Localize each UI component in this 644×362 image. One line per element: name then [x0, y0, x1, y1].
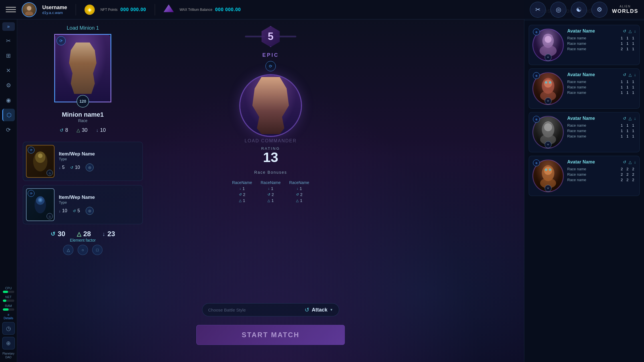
equip-1-refresh[interactable]: ⟳: [28, 147, 35, 153]
commander-area: ⟳ Load commander RATING 13 Race Bonuses …: [196, 61, 345, 203]
equip-2-stat-2: ↺ 5: [73, 208, 80, 213]
ram-bar-fill: [3, 308, 9, 311]
commander-1-rank-icon: ⊕: [533, 29, 540, 35]
svg-point-24: [549, 169, 551, 171]
commander-2-stats: Race name 1 1 1 Race name 1 1 1 Race nam…: [567, 79, 636, 95]
cmd-3-race-2: Race name: [567, 129, 619, 133]
minion-level-badge: 120: [77, 95, 89, 108]
sidebar-item-grid[interactable]: ⊞: [2, 49, 15, 62]
commander-entry-3[interactable]: ⊕ ✕ Avatar Name ↺ △ ↓ Race name 1 1: [529, 112, 640, 152]
attack-label: Attack: [312, 307, 327, 313]
commander-3-wax-badge: ✕: [545, 141, 552, 148]
total-spd-value: 23: [107, 230, 115, 238]
equip-card-1[interactable]: ⟳ △: [26, 145, 55, 178]
commander-3-stats: Race name 1 1 1 Race name 1 1 1 Race nam…: [567, 123, 636, 139]
topbar: Username d1y.a.c.wam ◈ NFT Points 000 00…: [0, 0, 644, 19]
equip-2-atk-icon: ↺: [73, 209, 76, 213]
r3-def-icon: △: [296, 199, 299, 203]
element-badge-3[interactable]: □: [92, 245, 102, 255]
cmd-1-race-2: Race name: [567, 41, 619, 46]
commander-3-avatar-wrap: ⊕ ✕: [532, 116, 564, 149]
trillium-icon: [164, 5, 174, 15]
element-badge-1[interactable]: △: [63, 245, 73, 255]
planetary-dao-label: PlanetaryDAO: [2, 352, 14, 359]
cmd-1-icon-2: △: [629, 29, 632, 33]
sidebar-expand[interactable]: »: [2, 22, 15, 31]
cmd-4-icon-3: ↓: [634, 160, 636, 164]
atk-value: 8: [65, 127, 68, 133]
attack-selector[interactable]: ↺ Attack ▼: [305, 306, 333, 313]
commander-entry-4[interactable]: ⊕ ✕ Avatar Name ↺ △ ↓ Race name 2 2: [529, 156, 640, 196]
camera-button[interactable]: ◷: [2, 322, 15, 335]
equip-2-type-badge[interactable]: ◎: [86, 207, 94, 215]
nft-value: 000 000.00: [120, 7, 146, 12]
equip-2-spd-icon: ↓: [59, 209, 61, 213]
username: Username: [42, 5, 67, 11]
minion-race: Race: [23, 118, 143, 123]
cmd-1-icon-1: ↺: [623, 29, 626, 33]
equip-2-stat2-val: 5: [77, 208, 80, 213]
sidebar-item-planet[interactable]: ◉: [2, 94, 15, 106]
r3-spd-icon: ↓: [297, 187, 298, 191]
settings-button[interactable]: ◎: [550, 2, 566, 18]
network-button[interactable]: ⊕: [2, 337, 15, 349]
element-badge-2[interactable]: ○: [78, 245, 88, 255]
minion-name: Minion name1: [23, 111, 143, 118]
load-minion-label: Load Minion 1: [23, 25, 143, 31]
r2-atk-icon: ↺: [267, 193, 270, 197]
commander-portrait[interactable]: [239, 74, 302, 137]
cmd-3-v3-2: 1: [630, 129, 636, 133]
equip-1-type-badge[interactable]: ◎: [86, 163, 94, 171]
equip-2-badge: △: [47, 213, 53, 219]
equip-1-stats: ↓ 5 ↺ 10 ◎: [59, 163, 140, 171]
commander-4-wax-badge: ✕: [545, 185, 552, 192]
equip-2-stats: ↓ 10 ↺ 5 ◎: [59, 207, 140, 215]
commander-2-name: Avatar Name: [567, 72, 595, 77]
minion-refresh-button[interactable]: ⟳: [57, 36, 66, 45]
commander-refresh-button[interactable]: ⟳: [265, 61, 276, 71]
equip-2-refresh[interactable]: ⟳: [28, 190, 35, 197]
cmd-4-v1-1: 2: [619, 167, 625, 171]
attack-chevron-icon: ▼: [330, 308, 333, 312]
svg-point-11: [545, 36, 552, 43]
start-match-button[interactable]: Start Match: [196, 325, 345, 345]
details-button[interactable]: ≡ Details: [4, 313, 13, 320]
total-spd-icon: ↓: [102, 231, 105, 237]
spd-value: 10: [100, 127, 106, 133]
cmd-2-race-1: Race name: [567, 80, 619, 84]
equip-row-1: ⟳ △ Item/Wep Name Type ↓ 5 ↺ 10: [23, 142, 143, 181]
equip-2-stat-1: ↓ 10: [59, 208, 67, 213]
commander-2-details: Avatar Name ↺ △ ↓ Race name 1 1 1: [567, 72, 636, 105]
equip-2-name: Item/Wep Name: [59, 195, 140, 200]
rarity-label: EPIC: [196, 52, 345, 58]
profile-button[interactable]: ☯: [571, 2, 587, 18]
cmd-1-v1-1: 1: [619, 36, 625, 40]
atk-icon: ↺: [60, 128, 63, 133]
commander-3-details: Avatar Name ↺ △ ↓ Race name 1 1 1: [567, 116, 636, 149]
equip-card-2[interactable]: ⟳ △: [26, 188, 55, 221]
sidebar-item-tools[interactable]: ✂: [2, 35, 15, 47]
element-factor-label: Element factor: [23, 238, 143, 242]
ram-resource: RAM: [1, 304, 16, 311]
sidebar-item-craft[interactable]: ⚙: [2, 79, 15, 92]
race-bonus-3-2: ↺2: [296, 192, 303, 197]
left-panel: Load Minion 1 ⟳ 120 Minion name1 Race ↺ …: [23, 25, 143, 255]
cmd-2-v1-3: 1: [619, 90, 625, 95]
race-bonus-3-3: △1: [296, 198, 302, 203]
commander-4-details: Avatar Name ↺ △ ↓ Race name 2 2 2: [567, 159, 636, 192]
commander-3-icons: ↺ △ ↓: [623, 116, 636, 121]
tools-button[interactable]: ✂: [530, 2, 546, 18]
commander-1-wax-badge: ✕: [545, 54, 552, 61]
commander-1-details: Avatar Name ↺ △ ↓ Race name 1 1 1: [567, 29, 636, 61]
sidebar-item-battle[interactable]: ⬡: [2, 109, 15, 121]
sidebar-item-cross[interactable]: ✕: [2, 64, 15, 77]
gear-button[interactable]: ⚙: [591, 2, 607, 18]
cmd-3-row-2: Race name 1 1 1: [567, 128, 636, 134]
menu-button[interactable]: [6, 5, 16, 15]
total-atk-value: 30: [58, 230, 65, 238]
commander-entry-1[interactable]: ⊕ ✕ Avatar Name ↺ △ ↓ Race name 1 1: [529, 25, 640, 65]
commander-entry-2[interactable]: ⊕ ✕ Avatar Name ↺ △ ↓ Race name 1 1: [529, 68, 640, 109]
sidebar-item-dao[interactable]: ⟳: [2, 124, 15, 136]
brand-main: WORLDS: [612, 8, 638, 15]
svg-point-8: [39, 199, 41, 201]
